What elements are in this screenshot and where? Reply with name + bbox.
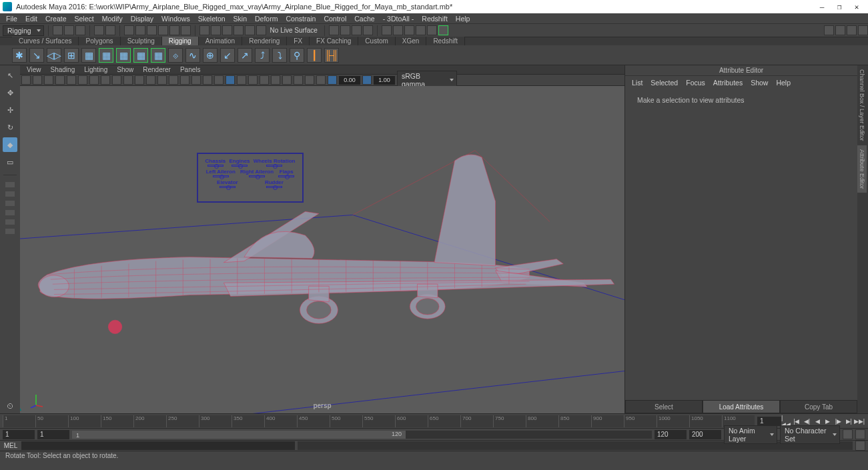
xgen-toggle-icon[interactable] xyxy=(438,25,448,35)
channel-box-toggle-icon[interactable] xyxy=(858,25,868,35)
panel-viewtrans-icon[interactable] xyxy=(294,75,303,85)
autokey-toggle-icon[interactable] xyxy=(843,429,853,439)
select-tool[interactable]: ↖ xyxy=(3,68,17,83)
move-tool[interactable]: ✢ xyxy=(3,103,17,117)
panel-gamma-icon[interactable] xyxy=(282,75,292,85)
fast-forward-button[interactable]: ▶▶| xyxy=(855,417,864,426)
menu-display[interactable]: Display xyxy=(127,15,157,23)
shelf-tab-rendering[interactable]: Rendering xyxy=(242,37,287,45)
shelf-tab-xgen[interactable]: XGen xyxy=(396,37,427,45)
save-scene-icon[interactable] xyxy=(75,25,85,35)
panel-2d-zoom-icon[interactable] xyxy=(67,75,76,85)
layout-quick-5[interactable] xyxy=(5,219,15,225)
shelf-quickrig-icon[interactable]: ┃ xyxy=(307,48,322,63)
panel-bookmark-icon[interactable] xyxy=(44,75,53,85)
time-slider-toggle[interactable]: ⏲ xyxy=(3,399,17,413)
range-slider[interactable]: 1120 xyxy=(72,431,652,439)
layout-hyper-icon[interactable] xyxy=(427,25,437,35)
panel-wireframe-icon[interactable] xyxy=(123,75,133,85)
paint-select-icon[interactable] xyxy=(147,25,157,35)
panel-aa-icon[interactable] xyxy=(248,75,258,85)
shelf-tab-curves[interactable]: Curves / Surfaces xyxy=(12,37,79,45)
ipr-render-icon[interactable] xyxy=(352,25,362,35)
menu-skin[interactable]: Skin xyxy=(230,15,251,23)
layout-quick-2[interactable] xyxy=(5,191,15,197)
attribute-editor-toggle-icon[interactable] xyxy=(835,25,845,35)
tool-settings-toggle-icon[interactable] xyxy=(847,25,857,35)
time-slider-track[interactable]: 1 50 100 150 200 250 300 350 400 450 500… xyxy=(3,415,755,427)
construction-history-icon[interactable] xyxy=(329,25,339,35)
select-mode-icon[interactable] xyxy=(124,25,134,35)
menu-windows[interactable]: Windows xyxy=(157,15,194,23)
anim-start-outer[interactable]: 1 xyxy=(3,430,35,439)
open-scene-icon[interactable] xyxy=(64,25,74,35)
lasso-tool[interactable]: ✥ xyxy=(3,85,17,100)
menu-3dtoall[interactable]: - 3DtoAll - xyxy=(379,15,418,23)
panel-textured-icon[interactable] xyxy=(146,75,155,85)
menu-control[interactable]: Control xyxy=(320,15,350,23)
render-current-icon[interactable] xyxy=(340,25,350,35)
rewind-button[interactable]: |◀◀ xyxy=(781,417,791,426)
redo-icon[interactable] xyxy=(105,25,115,35)
lasso-select-icon[interactable] xyxy=(135,25,145,35)
panel-ao-icon[interactable] xyxy=(180,75,189,85)
ae-select-button[interactable]: Select xyxy=(625,400,703,413)
shelf-pole-icon[interactable]: ⤵ xyxy=(272,48,287,63)
layout-single-icon[interactable] xyxy=(382,25,392,35)
ae-menu-list[interactable]: List xyxy=(632,79,642,87)
shelf-orient-icon[interactable]: ⊞ xyxy=(64,48,79,63)
menu-deform[interactable]: Deform xyxy=(251,15,282,23)
panel-dof-icon[interactable] xyxy=(260,75,269,85)
step-back-button[interactable]: ◀| xyxy=(803,417,812,426)
play-forward-button[interactable]: ▶ xyxy=(823,417,833,426)
snap-plane-icon[interactable] xyxy=(234,25,244,35)
panel-select-camera-icon[interactable] xyxy=(21,75,31,85)
ae-menu-selected[interactable]: Selected xyxy=(650,79,678,87)
shelf-weights-icon[interactable]: ▦ xyxy=(116,48,131,63)
ae-menu-help[interactable]: Help xyxy=(776,79,791,87)
panel-menu-view[interactable]: View xyxy=(27,66,41,73)
play-back-button[interactable]: ◀ xyxy=(813,417,822,426)
shelf-ctrl-icon[interactable]: ╟╢ xyxy=(324,48,339,63)
shelf-tab-redshift[interactable]: Redshift xyxy=(426,37,465,45)
step-forward-button[interactable]: |▶ xyxy=(834,417,843,426)
panel-shaded-icon[interactable] xyxy=(135,75,144,85)
make-live-icon[interactable] xyxy=(256,25,266,35)
menu-select[interactable]: Select xyxy=(71,15,98,23)
panel-motion-icon[interactable] xyxy=(191,75,201,85)
shelf-point-icon[interactable]: ↗ xyxy=(238,48,252,63)
select-by-object-icon[interactable] xyxy=(169,25,179,35)
shelf-wrap-icon[interactable]: ⊕ xyxy=(203,48,218,63)
panel-res-gate-icon[interactable] xyxy=(101,75,110,85)
panel-xray-icon[interactable] xyxy=(203,75,212,85)
anim-start-inner[interactable]: 1 xyxy=(37,430,69,439)
anim-layer-dropdown[interactable]: No Anim Layer xyxy=(724,425,777,444)
shelf-parent-icon[interactable]: ↙ xyxy=(220,48,235,63)
script-editor-icon[interactable] xyxy=(855,441,865,451)
panel-film-gate-icon[interactable] xyxy=(89,75,99,85)
shelf-joint-icon[interactable]: ✱ xyxy=(12,48,27,63)
panel-menu-show[interactable]: Show xyxy=(117,66,133,73)
new-scene-icon[interactable] xyxy=(53,25,63,35)
panel-exposure-field-icon[interactable] xyxy=(328,75,337,85)
panel-menu-renderer[interactable]: Renderer xyxy=(143,66,171,73)
modeling-toolkit-icon[interactable] xyxy=(824,25,834,35)
workspace-mode-dropdown[interactable]: Rigging xyxy=(3,25,44,36)
shelf-wire-icon[interactable]: ∿ xyxy=(185,48,200,63)
step-forward-key-button[interactable]: ▶| xyxy=(844,417,853,426)
side-tab-attribute-editor[interactable]: Attribute Editor xyxy=(857,145,867,193)
menu-constrain[interactable]: Constrain xyxy=(282,15,320,23)
snap-point-icon[interactable] xyxy=(222,25,232,35)
panel-exposure-value[interactable]: 0.00 xyxy=(339,76,360,85)
ae-menu-focus[interactable]: Focus xyxy=(686,79,705,87)
panel-bg-icon[interactable] xyxy=(305,75,314,85)
current-time-field[interactable]: 1 xyxy=(757,417,781,426)
layout-outliner-icon[interactable] xyxy=(404,25,414,35)
panel-hq-icon[interactable] xyxy=(237,75,246,85)
panel-lights-icon[interactable] xyxy=(157,75,167,85)
menu-create[interactable]: Create xyxy=(41,15,71,23)
shelf-tab-rigging[interactable]: Rigging xyxy=(162,37,199,45)
maximize-button[interactable]: ❐ xyxy=(831,3,848,11)
snap-grid-icon[interactable] xyxy=(199,25,209,35)
shelf-tab-fx[interactable]: FX xyxy=(287,37,310,45)
